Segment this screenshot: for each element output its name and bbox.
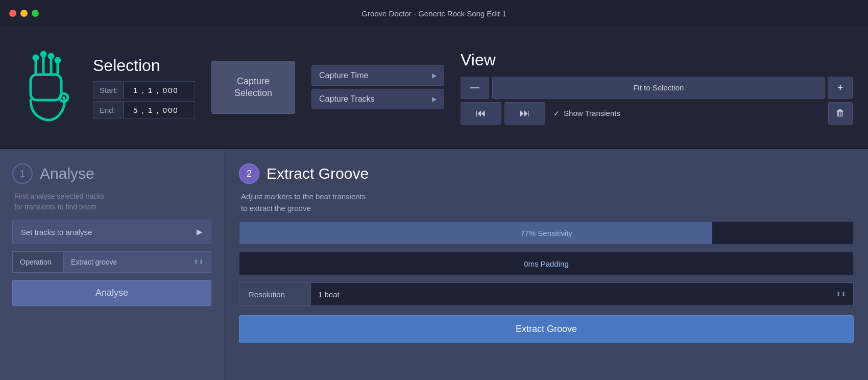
analyse-title: Analyse xyxy=(40,165,94,182)
set-tracks-button[interactable]: Set tracks to analyse ▶ xyxy=(12,220,211,244)
analyse-header: 1 Analyse xyxy=(12,163,211,184)
svg-rect-0 xyxy=(31,75,61,100)
view-title: View xyxy=(461,51,853,69)
end-label: End: xyxy=(93,101,124,119)
capture-tracks-arrow: ▶ xyxy=(432,96,437,103)
selection-title: Selection xyxy=(93,56,195,75)
svg-point-6 xyxy=(41,52,45,56)
operation-value: Extract groove xyxy=(71,258,117,266)
window-controls xyxy=(9,10,39,17)
next-nav-button[interactable]: ⏭ xyxy=(504,102,545,125)
fit-to-selection-button[interactable]: Fit to Selection xyxy=(492,77,825,99)
view-nav-row: ⏮ ⏭ ✓ Show Transients 🗑 xyxy=(461,102,853,125)
extract-title: Extract Groove xyxy=(267,165,369,182)
close-button[interactable] xyxy=(9,10,16,17)
capture-btn-area: CaptureSelection xyxy=(211,61,295,114)
analyse-step-number: 1 xyxy=(20,169,25,179)
top-panel: Selection Start: 1 , 1 , 000 End: 5 , 1 … xyxy=(0,27,868,149)
extract-groove-button[interactable]: Extract Groove xyxy=(239,315,854,343)
maximize-button[interactable] xyxy=(32,10,39,17)
capture-time-arrow: ▶ xyxy=(432,72,437,79)
sensitivity-label: 77% Sensitivity xyxy=(239,222,853,244)
end-value[interactable]: 5 , 1 , 000 xyxy=(124,101,195,119)
analyse-step-circle: 1 xyxy=(12,163,33,184)
check-icon: ✓ xyxy=(553,109,560,117)
titlebar: Groove Doctor - Generic Rock Song Edit 1 xyxy=(0,0,868,27)
capture-tracks-dropdown[interactable]: Capture Tracks ▶ xyxy=(311,89,444,109)
padding-label: 0ms Padding xyxy=(239,252,853,275)
show-transients-toggle[interactable]: ✓ Show Transients xyxy=(548,109,825,117)
extract-description: Adjust markers to the beat transientsto … xyxy=(239,191,854,214)
operation-row: Operation Extract groove ⬆⬇ xyxy=(12,251,211,273)
operation-label: Operation xyxy=(12,251,63,273)
resolution-row: Resolution 1 beat ⬆⬇ xyxy=(239,282,854,306)
set-tracks-arrow: ▶ xyxy=(197,227,203,236)
operation-select[interactable]: Extract groove ⬆⬇ xyxy=(63,251,211,273)
capture-selection-button[interactable]: CaptureSelection xyxy=(211,61,295,114)
end-row: End: 5 , 1 , 000 xyxy=(93,101,195,119)
analyse-panel: 1 Analyse First analyse selected tracksf… xyxy=(0,149,225,380)
window-title: Groove Doctor - Generic Rock Song Edit 1 xyxy=(361,9,506,18)
operation-arrows: ⬆⬇ xyxy=(194,258,204,266)
start-value[interactable]: 1 , 1 , 000 xyxy=(124,81,195,99)
analyse-description: First analyse selected tracksfor transie… xyxy=(12,191,211,212)
capture-dropdowns: Capture Time ▶ Capture Tracks ▶ xyxy=(311,65,444,109)
selection-area: Selection Start: 1 , 1 , 000 End: 5 , 1 … xyxy=(93,56,195,119)
bottom-section: 1 Analyse First analyse selected tracksf… xyxy=(0,149,868,380)
zoom-out-button[interactable]: — xyxy=(461,77,489,99)
svg-point-5 xyxy=(34,56,38,60)
view-area: View — Fit to Selection + ⏮ ⏭ ✓ Show Tra… xyxy=(461,51,853,125)
minimize-button[interactable] xyxy=(20,10,28,17)
logo-icon xyxy=(15,46,77,128)
resolution-label: Resolution xyxy=(239,282,310,306)
start-label: Start: xyxy=(93,81,124,99)
resolution-select[interactable]: 1 beat ⬆⬇ xyxy=(310,282,854,306)
start-row: Start: 1 , 1 , 000 xyxy=(93,81,195,99)
capture-time-label: Capture Time xyxy=(319,71,368,80)
capture-tracks-label: Capture Tracks xyxy=(319,94,374,104)
delete-button[interactable]: 🗑 xyxy=(828,102,853,125)
logo-area xyxy=(15,46,77,128)
analyse-button[interactable]: Analyse xyxy=(12,280,211,306)
sensitivity-slider[interactable]: 77% Sensitivity xyxy=(239,221,854,245)
prev-nav-button[interactable]: ⏮ xyxy=(461,102,501,125)
extract-step-number: 2 xyxy=(247,169,252,179)
extract-panel: 2 Extract Groove Adjust markers to the b… xyxy=(225,149,868,380)
padding-slider[interactable]: 0ms Padding xyxy=(239,252,854,275)
extract-header: 2 Extract Groove xyxy=(239,163,854,184)
capture-time-dropdown[interactable]: Capture Time ▶ xyxy=(311,65,444,86)
svg-point-8 xyxy=(56,58,60,62)
svg-point-7 xyxy=(49,54,53,58)
extract-step-circle: 2 xyxy=(239,163,259,184)
resolution-value: 1 beat xyxy=(318,290,340,299)
resolution-arrows: ⬆⬇ xyxy=(836,291,846,298)
zoom-in-button[interactable]: + xyxy=(828,77,853,99)
show-transients-label: Show Transients xyxy=(564,109,620,117)
view-controls-row: — Fit to Selection + xyxy=(461,77,853,99)
set-tracks-label: Set tracks to analyse xyxy=(21,228,92,236)
